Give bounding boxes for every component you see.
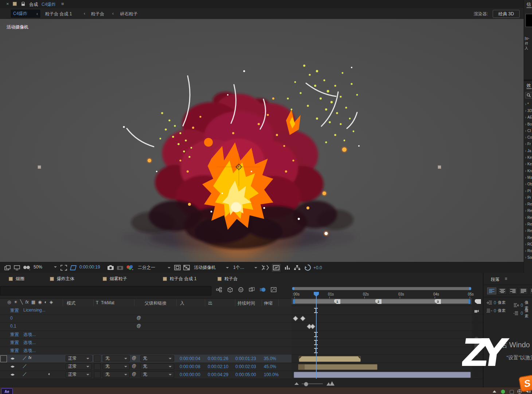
justify-last-center-button[interactable] [529, 287, 532, 294]
paragraph-title[interactable]: 段落 [491, 277, 500, 283]
view-camera-dropdown[interactable]: 活动摄像机 [194, 264, 229, 271]
snapshot-camera-icon[interactable] [107, 265, 114, 270]
quality-icon[interactable]: ／ [23, 371, 27, 377]
effects-category[interactable]: ›CI [525, 127, 532, 134]
parent-dropdown[interactable]: 无 [140, 355, 174, 362]
blend-mode-dropdown[interactable]: 正常 [66, 355, 92, 362]
adjustment-toggle-icon[interactable]: ◐ [44, 300, 47, 304]
magnification-dropdown[interactable]: 50% [34, 264, 57, 270]
effects-category[interactable]: ›Ma [525, 174, 532, 181]
layer-row[interactable]: ／ fx 正常 无 @ 无 0:00:00:04 0:00:01:26 0:00… [0, 355, 292, 363]
align-right-button[interactable] [508, 287, 517, 294]
column-stretch[interactable]: 伸缩 [264, 300, 273, 306]
transparency-grid-icon[interactable] [70, 265, 77, 271]
property-label[interactable]: Licensing... [23, 308, 46, 313]
in-time[interactable]: 0:00:00:08 [180, 364, 200, 369]
property-value[interactable]: 0 [10, 316, 13, 321]
property-label[interactable]: 选项... [23, 348, 36, 354]
effects-toggle-icon[interactable]: fx [25, 300, 28, 304]
effects-category[interactable]: ›PI [525, 188, 532, 194]
effects-category[interactable]: ›* [525, 101, 532, 107]
blend-mode-dropdown[interactable]: 正常 [66, 371, 92, 378]
trkmat-dropdown[interactable]: 无 [103, 371, 130, 378]
effects-category[interactable]: ›Ja [525, 147, 532, 154]
stretch-value[interactable]: 35.0% [264, 356, 276, 361]
frame-blend-toggle-icon[interactable]: ▦ [31, 300, 35, 304]
playhead-line[interactable] [316, 296, 317, 379]
duration-time[interactable]: 0:00:02:03 [235, 364, 256, 369]
marker-bin[interactable] [475, 299, 481, 304]
motion-blur-toggle-icon[interactable]: ◉ [38, 300, 42, 304]
timeline-h-scrollbar[interactable] [292, 287, 472, 290]
eye-icon[interactable] [10, 373, 15, 376]
align-center-button[interactable] [498, 287, 507, 294]
info-panel-title[interactable]: 信 [527, 1, 531, 8]
eye-icon[interactable] [10, 365, 15, 368]
effects-category[interactable]: ›Re [525, 228, 532, 234]
effects-category[interactable]: ›Kn [525, 167, 532, 174]
breadcrumb-item[interactable]: 粒子合 合成 1 [45, 11, 72, 17]
layer-row[interactable]: ／ 正常 无 @ 无 0:00:00:08 0:00:02:10 0:00:02… [0, 363, 292, 371]
draft-3d-icon[interactable] [227, 287, 233, 293]
effects-category[interactable]: ›Fr [525, 141, 532, 147]
effects-category[interactable]: ›Pr [525, 194, 532, 201]
frame-blend-icon[interactable] [249, 287, 255, 293]
effects-category[interactable]: ›RG [525, 241, 532, 247]
layer-handle[interactable] [38, 165, 41, 169]
effects-category[interactable]: ›Ob [525, 181, 532, 188]
layer-bar[interactable] [299, 356, 361, 362]
effects-category[interactable]: ›Ke [525, 154, 532, 161]
resolution-dropdown[interactable]: 二分之一 [138, 264, 171, 271]
in-time[interactable]: 0:00:00:04 [180, 356, 200, 361]
pickwhip-icon[interactable]: @ [137, 315, 141, 320]
duration-time[interactable]: 0:00:01:23 [235, 356, 256, 361]
out-time[interactable]: 0:00:01:26 [208, 356, 228, 361]
pickwhip-icon[interactable]: @ [132, 371, 136, 376]
timeline-tab[interactable]: 烟圈 [9, 276, 24, 282]
fx-icon[interactable]: fx [28, 355, 32, 360]
close-icon[interactable]: × [6, 1, 9, 7]
pickwhip-icon[interactable]: @ [132, 355, 136, 360]
main-monitor-icon[interactable] [14, 265, 20, 270]
stereo-goggles-icon[interactable] [23, 265, 31, 270]
trkmat-dropdown[interactable]: 无 [103, 355, 130, 362]
exposure-value[interactable]: +0.0 [313, 265, 322, 270]
column-trkmat[interactable]: TrkMat [101, 300, 114, 305]
shy-layer-icon[interactable] [238, 287, 244, 293]
zoom-out-mountain-icon[interactable] [294, 382, 299, 385]
roi-icon[interactable] [60, 265, 68, 271]
quality-toggle-icon[interactable]: ╲ [20, 300, 23, 304]
camera-poi-crosshair[interactable] [217, 148, 261, 186]
shy-toggle-icon[interactable]: ◎ [7, 300, 11, 304]
column-parent[interactable]: 父级和链接 [145, 300, 167, 306]
layer-bar[interactable] [294, 372, 471, 378]
work-area-strip[interactable]: 1 2 3 [292, 298, 472, 304]
show-snapshot-icon[interactable] [117, 265, 124, 270]
flowchart-icon[interactable] [294, 265, 301, 270]
threed-toggle-icon[interactable]: ◈ [50, 300, 53, 304]
column-out[interactable]: 出 [208, 300, 212, 306]
pickwhip-icon[interactable]: @ [132, 363, 136, 368]
eye-icon[interactable] [10, 357, 15, 360]
column-in[interactable]: 入 [180, 300, 184, 306]
always-preview-icon[interactable] [4, 265, 11, 270]
timeline-graph-icon[interactable] [284, 265, 291, 270]
reset-link[interactable]: 重置 [10, 348, 19, 354]
reset-link[interactable]: 重置 [10, 332, 19, 338]
timeline-tab[interactable]: 烟雾粒子 [103, 276, 127, 282]
duration-time[interactable]: 0:00:05:00 [235, 372, 256, 377]
timeline-tab[interactable]: 粒子合 合成 1 [163, 276, 196, 282]
effects-category[interactable]: ›Re [525, 201, 532, 207]
quality-icon[interactable]: ／ [23, 363, 27, 369]
effects-category[interactable]: ›Sa [525, 254, 532, 261]
trkmat-well[interactable] [94, 363, 101, 370]
trkmat-well[interactable] [94, 371, 101, 378]
trkmat-dropdown[interactable]: 无 [103, 363, 130, 370]
parent-dropdown[interactable]: 无 [140, 371, 174, 378]
effects-search-box[interactable] [525, 92, 532, 98]
quality-icon[interactable]: ／ [23, 355, 27, 361]
stretch-value[interactable]: 45.0% [264, 364, 276, 369]
tab-active-comp[interactable]: C4爆炸 ‹ [10, 9, 41, 18]
s-sticker-badge[interactable]: S [519, 375, 532, 393]
effects-category[interactable]: ›3D [525, 107, 532, 114]
